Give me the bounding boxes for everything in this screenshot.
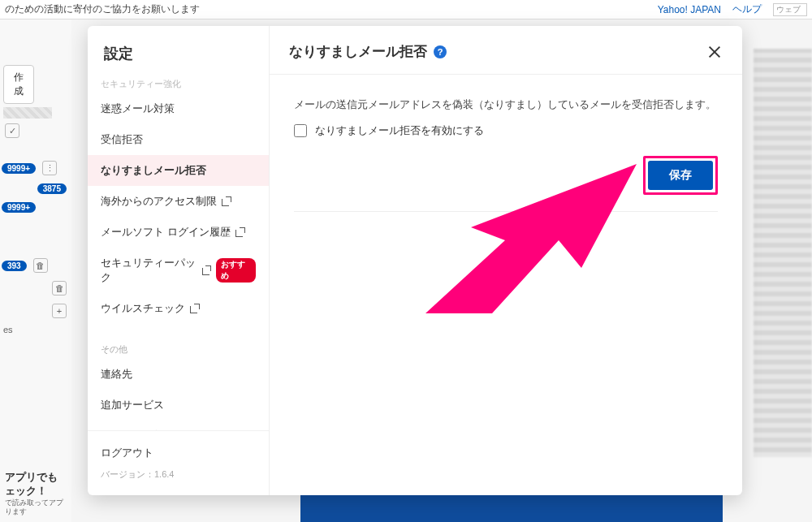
enable-spoofing-checkbox[interactable] bbox=[294, 124, 307, 137]
version-text: バージョン：1.6.4 bbox=[101, 464, 256, 481]
save-highlight-annotation: 保存 bbox=[643, 156, 718, 195]
promo-subline: で読み取ってアプ bbox=[5, 498, 76, 508]
unread-badge: 9999+ bbox=[2, 202, 36, 213]
promo-line: アプリでも bbox=[5, 471, 76, 485]
nav-item-contacts[interactable]: 連絡先 bbox=[88, 359, 269, 390]
recommend-badge: おすすめ bbox=[216, 258, 256, 283]
checkbox-label: なりすましメール拒否を有効にする bbox=[315, 123, 484, 138]
help-link[interactable]: ヘルプ bbox=[732, 2, 762, 16]
external-link-icon bbox=[235, 227, 245, 237]
enable-spoofing-block-row[interactable]: なりすましメール拒否を有効にする bbox=[294, 123, 718, 138]
unread-badge: 393 bbox=[2, 261, 27, 271]
section-label-security: セキュリティー強化 bbox=[88, 73, 269, 93]
settings-title: 設定 bbox=[88, 26, 269, 73]
save-button[interactable]: 保存 bbox=[648, 161, 713, 190]
nav-item-spoofing[interactable]: なりすましメール拒否 bbox=[88, 155, 269, 186]
label-es: es bbox=[0, 325, 71, 334]
logout-button[interactable]: ログアウト bbox=[101, 442, 256, 464]
app-promo: アプリでも ェック！ で読み取ってアプ ります bbox=[0, 466, 81, 522]
nav-item-label: 追加サービス bbox=[101, 398, 164, 412]
nav-item-label: 受信拒否 bbox=[101, 132, 143, 147]
nav-item-label: メールソフト ログイン履歴 bbox=[101, 225, 231, 239]
help-icon[interactable]: ? bbox=[434, 45, 447, 58]
promo-line: ェック！ bbox=[5, 485, 76, 498]
nav-item-label: ウイルスチェック bbox=[101, 301, 185, 316]
content-description: メールの送信元メールアドレスを偽装（なりすまし）しているメールを受信拒否します。 bbox=[294, 97, 718, 112]
section-label-other: その他 bbox=[88, 339, 269, 359]
trash-icon[interactable]: 🗑 bbox=[52, 281, 67, 296]
external-link-icon bbox=[190, 304, 200, 313]
content-title: なりすましメール拒否 bbox=[289, 42, 427, 61]
more-icon[interactable]: ⋮ bbox=[42, 161, 57, 175]
add-icon[interactable]: + bbox=[52, 304, 67, 318]
promo-subline: ります bbox=[5, 507, 76, 517]
nav-item-block[interactable]: 受信拒否 bbox=[88, 124, 269, 155]
nav-item-label: セキュリティーパック bbox=[101, 256, 197, 285]
web-search-input[interactable]: ウェブ検 bbox=[773, 3, 807, 16]
nav-item-label: なりすましメール拒否 bbox=[101, 163, 206, 178]
external-link-icon bbox=[202, 265, 211, 275]
nav-item-security-pack[interactable]: セキュリティーパック おすすめ bbox=[88, 248, 269, 293]
nav-item-label: 海外からのアクセス制限 bbox=[101, 194, 217, 209]
nav-item-overseas[interactable]: 海外からのアクセス制限 bbox=[88, 186, 269, 217]
settings-content: なりすましメール拒否 ? メールの送信元メールアドレスを偽装（なりすまし）してい… bbox=[270, 26, 742, 495]
trash-icon[interactable]: 🗑 bbox=[33, 258, 48, 273]
donation-notice: のための活動に寄付のご協力をお願いします bbox=[5, 2, 200, 16]
page-top-bar: のための活動に寄付のご協力をお願いします Yahoo! JAPAN ヘルプ ウェ… bbox=[0, 0, 812, 19]
mail-sidebar-bg: 作成 ✓ 9999+⋮ 3875 9999+ 393🗑 🗑 + es bbox=[0, 19, 71, 522]
pixelated-area bbox=[3, 107, 52, 119]
nav-item-label: 連絡先 bbox=[101, 367, 132, 382]
nav-item-analytics[interactable]: サービス改善のための解析 bbox=[88, 421, 269, 430]
yahoo-japan-link[interactable]: Yahoo! JAPAN bbox=[658, 4, 721, 15]
settings-modal: 設定 セキュリティー強化 迷惑メール対策 受信拒否 なりすましメール拒否 海外か… bbox=[88, 26, 742, 495]
nav-item-virus-check[interactable]: ウイルスチェック bbox=[88, 293, 269, 324]
nav-item-label: 迷惑メール対策 bbox=[101, 101, 175, 116]
nav-item-spam[interactable]: 迷惑メール対策 bbox=[88, 93, 269, 124]
unread-badge: 9999+ bbox=[2, 163, 36, 174]
unread-badge: 3875 bbox=[37, 183, 67, 194]
settings-nav: 設定 セキュリティー強化 迷惑メール対策 受信拒否 なりすましメール拒否 海外か… bbox=[88, 26, 270, 495]
close-icon[interactable] bbox=[706, 44, 723, 60]
right-pixelated-area bbox=[754, 49, 812, 457]
checkbox-row: ✓ bbox=[0, 122, 71, 140]
nav-item-additional-services[interactable]: 追加サービス bbox=[88, 390, 269, 421]
compose-button[interactable]: 作成 bbox=[3, 65, 34, 104]
external-link-icon bbox=[222, 196, 231, 206]
nav-item-login-history[interactable]: メールソフト ログイン履歴 bbox=[88, 217, 269, 248]
